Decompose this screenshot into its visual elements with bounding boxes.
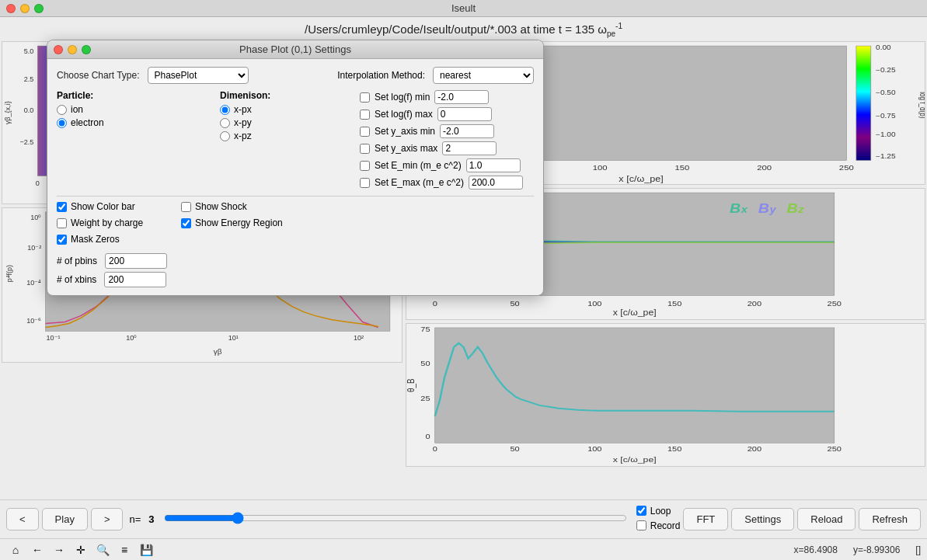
particle-electron-radio[interactable] [57,118,67,128]
app-title: Iseult [451,2,476,14]
dim-xpz-radio[interactable] [220,131,230,141]
yaxis-min-input[interactable] [440,124,494,138]
svg-text:100: 100 [593,164,608,172]
emax-checkbox[interactable] [360,178,370,188]
logf-min-checkbox[interactable] [360,92,370,103]
dialog-title: Phase Plot (0,1) Settings [239,43,351,55]
weight-charge-row: Weight by charge [57,217,181,228]
n-value: 3 [148,513,154,525]
svg-text:10⁰: 10⁰ [30,214,41,221]
play-button[interactable]: Play [42,508,88,530]
emax-label: Set E_max (m_e c^2) [375,177,464,188]
record-checkbox[interactable] [636,520,646,530]
svg-text:250: 250 [828,445,842,453]
playback-slider-container [164,512,627,527]
settings-dialog: Phase Plot (0,1) Settings Choose Chart T… [47,40,544,296]
svg-text:50: 50 [420,360,430,367]
window-controls[interactable] [6,4,44,13]
x-coord: x=86.4908 [794,544,838,555]
y-coord: y=-8.99306 [853,544,900,555]
svg-text:10¹: 10¹ [228,334,239,342]
yaxis-max-checkbox[interactable] [360,144,370,154]
yaxis-min-checkbox[interactable] [360,127,370,137]
content-area: 5.0 2.5 0.0 −2.5 0 50 100 150 200 250 γβ… [0,40,927,499]
show-energy-checkbox[interactable] [181,218,191,228]
dialog-close-button[interactable] [54,45,63,54]
particle-electron-label: electron [71,117,104,128]
dialog-window-controls[interactable] [54,45,91,54]
move-icon-btn[interactable]: ✛ [71,541,90,558]
save-icon-btn[interactable]: 💾 [137,541,155,558]
chart-type-select[interactable]: PhasePlot [148,67,249,84]
yaxis-max-row: Set y_axis max [360,141,534,155]
dim-xpx-label: x-px [234,104,252,115]
emin-checkbox[interactable] [360,161,370,171]
status-coords: x=86.4908 y=-8.99306 [] [794,544,921,555]
chart-type-label: Choose Chart Type: [57,70,140,81]
svg-text:10⁻¹: 10⁻¹ [46,334,60,342]
pbins-label: # of pbins [57,256,97,266]
emin-label: Set E_min (m_e c^2) [375,160,462,171]
svg-text:B: B [787,201,798,215]
svg-text:0.00: 0.00 [876,44,891,51]
yaxis-max-input[interactable] [442,141,497,155]
logf-max-input[interactable] [437,107,492,121]
close-button[interactable] [6,4,16,13]
dim-xpy-label: x-py [234,117,252,128]
svg-text:x: x [741,204,748,215]
n-label: n= [129,513,141,525]
dim-xpy-radio[interactable] [220,118,230,128]
show-energy-row: Show Energy Region [181,217,305,228]
logf-max-checkbox[interactable] [360,110,370,120]
yaxis-min-row: Set y_axis min [360,124,534,138]
emin-input[interactable] [466,158,521,172]
dialog-max-button[interactable] [82,45,91,54]
particle-ion-row: ion [57,104,212,115]
maximize-button[interactable] [34,4,44,13]
emax-input[interactable] [469,176,523,190]
next-button[interactable]: > [91,508,124,530]
settings-button[interactable]: Settings [731,508,794,530]
dialog-content: Choose Chart Type: PhasePlot Interpolati… [47,59,543,295]
particle-ion-radio[interactable] [57,105,67,115]
bottom-right-plot: 75 50 25 0 0 50 100 150 200 250 θ_B x [c… [406,323,925,467]
svg-text:x [c/ω_pe]: x [c/ω_pe] [619,175,663,183]
mask-zeros-row: Mask Zeros [57,234,181,245]
dim-xpx-radio[interactable] [220,105,230,115]
options-column: Set log(f) min Set log(f) max Set y_axis… [360,90,534,190]
settings-icon-btn[interactable]: ≡ [115,541,134,558]
svg-rect-57 [856,46,871,160]
logf-min-input[interactable] [434,90,489,104]
show-shock-label: Show Shock [195,201,247,212]
loop-checkbox[interactable] [636,506,646,516]
svg-text:γβ: γβ [214,347,222,356]
yaxis-min-label: Set y_axis min [375,126,435,137]
refresh-button[interactable]: Refresh [859,508,921,530]
dim-xpz-label: x-pz [234,130,252,141]
fft-button[interactable]: FFT [683,508,728,530]
loop-row: Loop [636,506,681,517]
forward-icon-btn[interactable]: → [50,541,68,558]
home-icon-btn[interactable]: ⌂ [6,541,25,558]
svg-text:10⁻⁶: 10⁻⁶ [26,318,41,325]
zoom-icon-btn[interactable]: 🔍 [93,541,112,558]
xbins-input[interactable] [104,272,166,287]
interpolation-select[interactable]: nearest [433,67,534,84]
weight-charge-checkbox[interactable] [57,218,67,228]
dialog-min-button[interactable] [68,45,77,54]
playback-slider[interactable] [164,512,627,524]
svg-text:2.5: 2.5 [24,75,34,83]
pbins-input[interactable] [105,253,167,269]
mask-zeros-checkbox[interactable] [57,235,67,245]
back-icon-btn[interactable]: ← [28,541,47,558]
prev-button[interactable]: < [6,508,39,530]
svg-text:100: 100 [587,445,602,453]
minimize-button[interactable] [20,4,30,13]
show-shock-checkbox[interactable] [181,202,191,212]
logf-max-row: Set log(f) max [360,107,534,121]
status-bar: ⌂ ← → ✛ 🔍 ≡ 💾 x=86.4908 y=-8.99306 [] [0,538,927,560]
logf-min-label: Set log(f) min [375,92,430,103]
show-colorbar-checkbox[interactable] [57,202,67,212]
titlebar: Iseult [0,0,927,17]
reload-button[interactable]: Reload [797,508,856,530]
